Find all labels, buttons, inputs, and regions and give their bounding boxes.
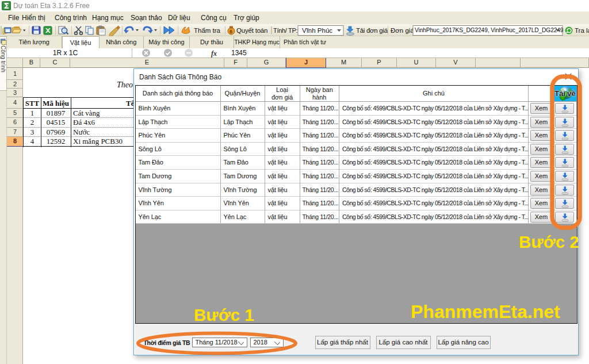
svg-text:Vĩnh Phúc: Vĩnh Phúc xyxy=(302,27,332,34)
svg-text:Đơn giá:: Đơn giá: xyxy=(391,27,416,34)
svg-text:VinhPhuc_2017KS_DG2249, VinhPh: VinhPhuc_2017KS_DG2249, VinhPhuc_2017LD_… xyxy=(415,27,564,33)
svg-text:Tải đơn giá: Tải đơn giá xyxy=(356,27,388,34)
svg-text:Tính/ TP:: Tính/ TP: xyxy=(273,27,298,34)
svg-text:6: 6 xyxy=(230,29,232,35)
svg-text:Tra lại: Tra lại xyxy=(575,27,589,34)
svg-text:Thẩm tra: Thẩm tra xyxy=(194,27,221,34)
svg-text:Quyết toán: Quyết toán xyxy=(236,27,267,34)
svg-text:fx: fx xyxy=(211,49,217,58)
